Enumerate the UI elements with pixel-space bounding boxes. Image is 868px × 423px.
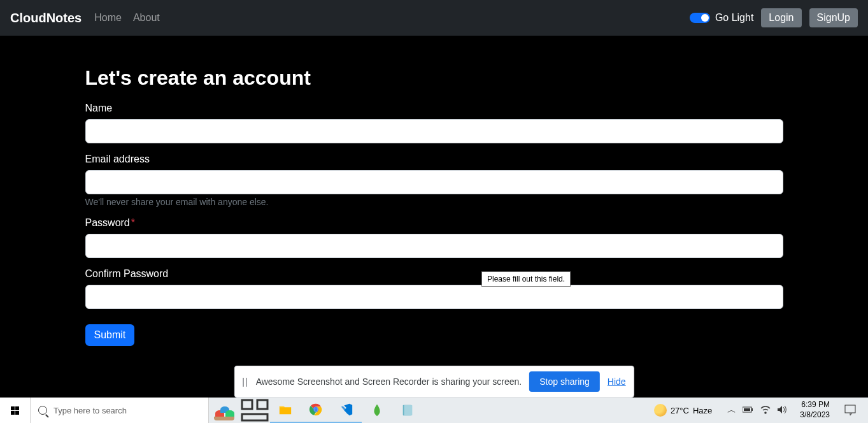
chrome-icon[interactable] bbox=[301, 398, 331, 423]
theme-toggle-wrap: Go Light bbox=[690, 12, 753, 24]
weather-temp: 27°C bbox=[671, 406, 689, 415]
pause-icon: || bbox=[242, 376, 248, 387]
confirm-label: Confirm Password bbox=[85, 268, 783, 280]
main-container: Let's create an account Name Email addre… bbox=[85, 36, 783, 346]
tray-icons: ︿ bbox=[722, 405, 792, 416]
search-icon bbox=[38, 406, 47, 415]
password-label: Password* bbox=[85, 217, 783, 229]
stop-sharing-button[interactable]: Stop sharing bbox=[529, 371, 600, 392]
nav-links: Home About bbox=[94, 12, 160, 24]
password-field[interactable] bbox=[85, 234, 783, 258]
email-label: Email address bbox=[85, 154, 783, 165]
page-title: Let's create an account bbox=[85, 66, 783, 90]
theme-toggle[interactable] bbox=[690, 13, 710, 23]
date-text: 3/8/2023 bbox=[800, 410, 830, 420]
start-button[interactable] bbox=[0, 398, 31, 423]
screen-share-bar: || Awesome Screenshot and Screen Recorde… bbox=[234, 366, 634, 398]
holi-widget-icon[interactable] bbox=[209, 398, 239, 423]
nav-home-link[interactable]: Home bbox=[94, 12, 122, 24]
taskbar-search[interactable]: Type here to search bbox=[31, 398, 209, 423]
signup-form: Name Email address We'll never share you… bbox=[85, 103, 783, 346]
windows-taskbar: Type here to search 27°C Haze bbox=[0, 398, 868, 423]
nav-about-link[interactable]: About bbox=[133, 12, 160, 24]
email-field[interactable] bbox=[85, 170, 783, 194]
svg-rect-12 bbox=[845, 405, 855, 413]
time-text: 6:39 PM bbox=[800, 400, 830, 410]
sun-icon bbox=[654, 404, 667, 417]
hide-share-button[interactable]: Hide bbox=[608, 376, 626, 387]
name-label: Name bbox=[85, 103, 783, 114]
toggle-knob bbox=[701, 14, 709, 22]
system-tray: 27°C Haze ︿ 6:39 PM 3/8/2023 bbox=[646, 398, 868, 423]
name-group: Name bbox=[85, 103, 783, 143]
validation-tooltip: Please fill out this field. bbox=[481, 271, 571, 287]
mongodb-icon[interactable] bbox=[362, 398, 392, 423]
navbar: CloudNotes Home About Go Light Login Sig… bbox=[0, 0, 868, 36]
email-help-text: We'll never share your email with anyone… bbox=[85, 197, 783, 207]
brand-logo[interactable]: CloudNotes bbox=[10, 11, 82, 25]
windows-icon bbox=[11, 406, 19, 415]
password-group: Password* bbox=[85, 217, 783, 258]
svg-rect-10 bbox=[751, 408, 753, 411]
share-bar-text: Awesome Screenshot and Screen Recorder i… bbox=[256, 376, 522, 387]
required-star-icon: * bbox=[131, 217, 135, 228]
battery-icon[interactable] bbox=[743, 405, 754, 415]
nav-right: Go Light Login SignUp bbox=[690, 8, 858, 27]
task-view-icon[interactable] bbox=[239, 398, 270, 423]
clock[interactable]: 6:39 PM 3/8/2023 bbox=[795, 400, 835, 420]
email-group: Email address We'll never share your ema… bbox=[85, 154, 783, 207]
notes-app-icon[interactable] bbox=[392, 398, 423, 423]
svg-rect-8 bbox=[404, 405, 413, 416]
confirm-password-field[interactable] bbox=[85, 285, 783, 309]
signup-button[interactable]: SignUp bbox=[809, 8, 858, 27]
chevron-up-icon[interactable]: ︿ bbox=[727, 405, 736, 416]
svg-rect-2 bbox=[242, 414, 267, 420]
svg-rect-11 bbox=[744, 408, 750, 411]
name-field[interactable] bbox=[85, 119, 783, 143]
password-label-text: Password bbox=[85, 217, 130, 228]
svg-rect-0 bbox=[242, 400, 252, 409]
login-button[interactable]: Login bbox=[761, 8, 801, 27]
submit-button[interactable]: Submit bbox=[85, 324, 135, 346]
pinned-apps bbox=[209, 398, 423, 423]
notifications-icon[interactable] bbox=[837, 398, 863, 423]
wifi-icon[interactable] bbox=[760, 405, 771, 416]
weather-desc: Haze bbox=[693, 406, 712, 415]
nav-left: CloudNotes Home About bbox=[10, 11, 160, 25]
volume-icon[interactable] bbox=[777, 405, 787, 416]
weather-widget[interactable]: 27°C Haze bbox=[646, 404, 720, 417]
svg-point-6 bbox=[314, 408, 318, 412]
svg-rect-1 bbox=[257, 400, 267, 409]
confirm-group: Confirm Password bbox=[85, 268, 783, 309]
vscode-icon[interactable] bbox=[331, 398, 362, 423]
theme-toggle-label: Go Light bbox=[715, 12, 753, 24]
file-explorer-icon[interactable] bbox=[270, 398, 301, 423]
search-placeholder: Type here to search bbox=[53, 406, 127, 415]
